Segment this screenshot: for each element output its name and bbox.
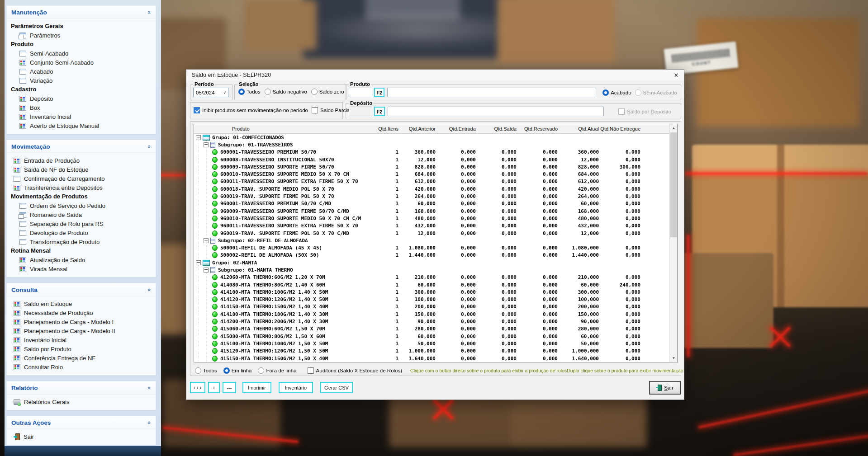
- tree-row[interactable]: 415100-MTA THERMO:100G/M2 1,50 X 50M150,…: [194, 340, 677, 347]
- expand-toggle-icon[interactable]: [196, 260, 201, 265]
- expand-all-button[interactable]: +++: [190, 382, 205, 393]
- sidebar-item[interactable]: Relatórios Gerais: [7, 397, 156, 406]
- sidebar-item[interactable]: Separação de Rolo para RS: [7, 219, 156, 228]
- sidebar-item[interactable]: Virada Mensal: [7, 264, 156, 273]
- sidebar-item[interactable]: Acerto de Estoque Manual: [7, 121, 156, 130]
- sidebar-item[interactable]: Semi-Acabado: [7, 49, 156, 58]
- deposito-code-input[interactable]: [349, 107, 372, 116]
- sidebar-item[interactable]: Consultar Rolo: [7, 362, 156, 371]
- sidebar-item[interactable]: Confirmação de Carregamento: [7, 174, 156, 183]
- tree-row[interactable]: 600019-TRAV. SUPORTE FIRME POL 50 X 7012…: [194, 193, 677, 200]
- inibir-checkbox[interactable]: [194, 107, 200, 113]
- deposito-name-input[interactable]: [388, 107, 604, 116]
- tree-row[interactable]: 960009-TRAVESSEIRO SUPORTE FIRME 50/70 C…: [194, 207, 677, 215]
- sidebar-item[interactable]: Devolução de Produto: [7, 228, 156, 237]
- saldo-por-deposito-checkbox[interactable]: [618, 108, 625, 115]
- tree-row[interactable]: 414120-MTA THERMO:120G/M2 1,40 X 50M1100…: [194, 296, 677, 303]
- tree-row[interactable]: 415060-MTA THERMO:60G/M2 1,50 X 70M1280,…: [194, 325, 677, 333]
- auditoria-checkbox[interactable]: [308, 367, 314, 374]
- collapse-chevron-icon[interactable]: «: [146, 10, 153, 14]
- radio-semi-acabado[interactable]: [635, 89, 641, 96]
- imprimir-button[interactable]: Imprimir: [242, 382, 271, 393]
- tree-row[interactable]: 960001-TRAVESSEIRO PREMIUM 50/70 C/MD160…: [194, 200, 677, 207]
- sidebar-item[interactable]: Saída de NF do Estoque: [7, 165, 156, 174]
- tree-row[interactable]: Subgrupo: 01-TRAVESSEIROS: [194, 141, 677, 148]
- saldo-parcial-checkbox[interactable]: [312, 107, 318, 113]
- tree-row[interactable]: 414100-MTA THERMO:100G/M2 1,40 X 50M1300…: [194, 288, 677, 296]
- sidebar-item[interactable]: Sair: [7, 432, 156, 441]
- tree-row[interactable]: 600010-TRAVESSEIRO SUPORTE MEDIO 50 X 70…: [194, 170, 677, 178]
- tree-row[interactable]: 415180-MTA THERMO:180G/M2 1,50 X 30M1150…: [194, 362, 677, 362]
- tree-row[interactable]: 414150-MTA THERMO:150G/M2 1,40 X 40M1200…: [194, 303, 677, 310]
- sair-button[interactable]: Sair: [650, 381, 680, 394]
- dialog-titlebar[interactable]: Saldo em Estoque - SELPR320 ✕: [186, 70, 684, 80]
- sidebar-item[interactable]: Planejamento de Carga - Modelo II: [7, 326, 156, 335]
- sidebar-section-header[interactable]: Movimetação«: [7, 140, 156, 153]
- collapse-chevron-icon[interactable]: «: [146, 288, 153, 291]
- scroll-up-icon[interactable]: ▲: [670, 124, 678, 132]
- sidebar-item[interactable]: Planejamento de Carga - Modelo I: [7, 317, 156, 326]
- expand-button[interactable]: +: [208, 382, 220, 393]
- expand-toggle-icon[interactable]: [196, 135, 201, 140]
- deposito-f2-button[interactable]: F2: [374, 107, 385, 116]
- sidebar-item[interactable]: Inventário Inicial: [7, 335, 156, 344]
- sidebar-item[interactable]: Conjunto Semi-Acabado: [7, 58, 156, 67]
- sidebar-item[interactable]: Necessidade de Produção: [7, 308, 156, 317]
- sidebar-item[interactable]: Entrada de Produção: [7, 156, 156, 165]
- sidebar-item[interactable]: Atualização de Saldo: [7, 255, 156, 264]
- radio-acabado[interactable]: [602, 89, 609, 96]
- expand-toggle-icon[interactable]: [204, 238, 209, 243]
- tree-row[interactable]: 960011-TRAVESSEIRO SUPORTE EXTRA FIRME 5…: [194, 222, 677, 230]
- radio-linha-todos[interactable]: [195, 367, 201, 374]
- periodo-select[interactable]: 05/2024 ∨: [193, 88, 228, 97]
- tree-row[interactable]: 500002-REFIL DE ALMOFADA (50X 50)11.440,…: [194, 252, 677, 259]
- tree-row[interactable]: 600011-TRAVESSEIRO SUPORTE EXTRA FIRME 5…: [194, 178, 677, 185]
- scrollbar-thumb[interactable]: [670, 132, 677, 237]
- tree-row[interactable]: 415080-MTA THERMO:80G/M2 1,50 X 60M160,0…: [194, 333, 677, 340]
- sidebar-section-header[interactable]: Consulta«: [7, 283, 156, 296]
- gerar-csv-button[interactable]: Gerar CSV: [320, 382, 353, 393]
- tree-row[interactable]: Subgrupo: 01-MANTA THERMO: [194, 266, 677, 273]
- tree-row[interactable]: 414200-MTA THERMO:200G/M2 1,40 X 30M190,…: [194, 318, 677, 325]
- sidebar-section-header[interactable]: Manutenção«: [7, 6, 156, 19]
- sidebar-item[interactable]: Transformação de Produto: [7, 237, 156, 246]
- sidebar-item[interactable]: Depósito: [7, 94, 156, 103]
- tree-row[interactable]: 414080-MTA THERMO:80G/M2 1,40 X 60M160,0…: [194, 281, 677, 288]
- tree-row[interactable]: 600008-TRAVESSEIRO INSTITUCIONAL 50X7011…: [194, 156, 677, 163]
- collapse-chevron-icon[interactable]: «: [146, 386, 153, 389]
- sidebar-item[interactable]: Inventário Incial: [7, 112, 156, 121]
- tree-row[interactable]: Grupo: 02-MANTA: [194, 259, 677, 266]
- radio-saldo-zero[interactable]: [311, 89, 318, 95]
- sidebar-item[interactable]: Conferência Entrega de NF: [7, 353, 156, 362]
- tree-row[interactable]: Subgrupo: 02-REFIL DE ALMOFADA: [194, 237, 677, 244]
- tree-row[interactable]: 414180-MTA THERMO:180G/M2 1,40 X 30M1150…: [194, 310, 677, 318]
- tree-row[interactable]: 960019-TRAV. SUPORTE FIRME POL 50 X 70 C…: [194, 230, 677, 237]
- sidebar-item[interactable]: Saldo em Estoque: [7, 299, 156, 308]
- vertical-scrollbar[interactable]: ▲ ▼: [669, 124, 677, 362]
- tree-row[interactable]: 415150-MTA THERMO:150G/M2 1,50 X 40M11.6…: [194, 355, 677, 362]
- sidebar-item[interactable]: Box: [7, 103, 156, 112]
- sidebar-section-header[interactable]: Outras Ações«: [7, 416, 156, 429]
- produto-f2-button[interactable]: F2: [374, 88, 384, 97]
- produto-name-input[interactable]: [387, 88, 596, 97]
- sidebar-item[interactable]: Ordem de Serviço do Pedido: [7, 201, 156, 210]
- tree-row[interactable]: 500001-REFIL DE ALMOFADA (45 X 45)11.080…: [194, 244, 677, 251]
- expand-toggle-icon[interactable]: [204, 268, 209, 273]
- sidebar-item[interactable]: Parâmetros: [7, 31, 156, 40]
- sidebar-section-header[interactable]: Relatório«: [7, 381, 156, 395]
- radio-fora-de-linha[interactable]: [258, 367, 264, 374]
- tree-row[interactable]: 412060-MTA THERMO:60G/M2 1,20 X 70M1210,…: [194, 274, 677, 281]
- sidebar-item[interactable]: Variação: [7, 76, 156, 85]
- tree-row[interactable]: 600018-TRAV. SUPORTE MEDIO POL 50 X 7014…: [194, 185, 677, 193]
- sidebar-item[interactable]: Romaneio de Saída: [7, 210, 156, 219]
- tree-row[interactable]: 600009-TRAVESSEIRO SUPORTE FIRME 50/7018…: [194, 163, 677, 170]
- close-icon[interactable]: ✕: [669, 72, 684, 79]
- tree-row[interactable]: 600001-TRAVESSEIRO PREMIUM 50/701360,000…: [194, 149, 677, 156]
- collapse-chevron-icon[interactable]: «: [146, 145, 153, 148]
- collapse-button[interactable]: ---: [223, 382, 236, 393]
- scroll-down-icon[interactable]: ▼: [670, 354, 678, 362]
- radio-saldo-negativo[interactable]: [265, 89, 271, 95]
- collapse-chevron-icon[interactable]: «: [146, 421, 153, 424]
- expand-toggle-icon[interactable]: [204, 142, 209, 147]
- sidebar-item[interactable]: Saldo por Produto: [7, 344, 156, 353]
